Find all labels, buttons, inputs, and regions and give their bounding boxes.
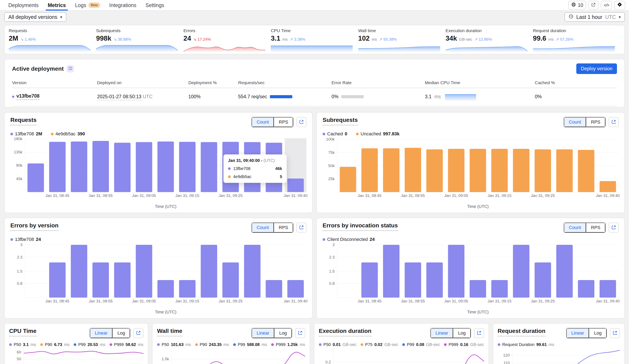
expand-chart-button[interactable]	[474, 328, 484, 338]
legend-item-p999[interactable]: P9990.16GB-sec	[444, 342, 484, 347]
legend-value: 588.08	[247, 342, 260, 347]
legend-name: Uncached	[361, 131, 381, 137]
legend-unit: ms	[223, 342, 229, 347]
chart-card-execution-duration: Execution durationLinearLogP500.01GB-sec…	[314, 323, 489, 364]
toggle-linear[interactable]: Linear	[90, 328, 112, 338]
y-tick-label: 60	[17, 350, 21, 355]
toggle-log[interactable]: Log	[274, 328, 292, 338]
deploy-version-button[interactable]: Deploy version	[576, 63, 617, 74]
toggle-rps[interactable]: RPS	[586, 117, 605, 127]
plot-area[interactable]	[333, 349, 484, 364]
toggle-linear[interactable]: Linear	[431, 328, 453, 338]
toggle-rps[interactable]: RPS	[274, 117, 293, 127]
stat-sparkline	[183, 44, 265, 52]
toggle-count[interactable]: Count	[252, 223, 274, 233]
errors-by-invocation-status-legend: Client Disconnected24	[322, 237, 619, 242]
tab-metrics[interactable]: Metrics	[43, 0, 71, 10]
legend-item-p999[interactable]: P99958.62ms	[110, 342, 143, 347]
expand-chart-button[interactable]	[297, 223, 307, 233]
x-axis-labels: Jan 31, 08:45Jan 31, 08:55Jan 31, 09:05J…	[25, 193, 307, 200]
toggle-linear[interactable]: Linear	[566, 328, 589, 338]
legend-item-client-disconnected[interactable]: Client Disconnected24	[322, 237, 375, 242]
legend-item-p99[interactable]: P990.08GB-sec	[402, 342, 440, 347]
tooltip-timezone: (UTC)	[264, 158, 275, 163]
legend-item-p50[interactable]: P500.01GB-sec	[319, 342, 356, 347]
legend-dot	[444, 343, 447, 346]
legend-item-p75[interactable]: P750.02GB-sec	[361, 342, 398, 347]
legend-unit: GB-sec	[470, 342, 484, 347]
request-duration-legend: Request Duration99.61ms	[498, 342, 620, 347]
legend-name: Cached	[327, 131, 343, 137]
plot-area[interactable]	[25, 244, 307, 298]
deployment-info-badge[interactable]	[67, 65, 74, 73]
version-status-dot	[12, 96, 14, 98]
legend-dot	[195, 343, 198, 346]
stat-delta: ↘ 1.46%	[20, 37, 36, 42]
tab-settings[interactable]: Settings	[141, 0, 169, 10]
workers-logo-button[interactable]	[614, 1, 625, 9]
wall-time-plot: 5001k1.5k	[157, 349, 305, 364]
legend-item-p999[interactable]: P9991.25kms	[271, 342, 305, 347]
y-tick-label: 25k	[328, 177, 335, 181]
diamond-logo-icon	[617, 2, 622, 8]
legend-item-request-duration[interactable]: Request Duration99.61ms	[498, 342, 554, 347]
tab-integrations[interactable]: Integrations	[105, 0, 141, 10]
toggle-log[interactable]: Log	[589, 328, 607, 338]
legend-item-p90[interactable]: P906.73ms	[40, 342, 69, 347]
legend-item-13fbe708[interactable]: 13fbe7082M	[10, 131, 42, 137]
legend-item-uncached[interactable]: Uncached997.83k	[356, 131, 400, 137]
legend-unit: ms	[100, 342, 105, 347]
time-range-dropdown[interactable]: Last 1 hour UTC ▾	[565, 12, 625, 22]
stat-execution-duration: Execution duration34kGB-sec↗ 12.86%	[446, 28, 533, 52]
toggle-count[interactable]: Count	[564, 223, 586, 233]
requests-sec-value: 554.7 req/sec	[238, 94, 267, 100]
col-deployment-pct: Deployment %	[188, 80, 238, 85]
plot-area[interactable]	[512, 349, 620, 364]
globe-count-button[interactable]: 10	[568, 1, 586, 9]
plot-area[interactable]	[24, 349, 143, 364]
stat-sparkline	[271, 44, 353, 52]
plot-area[interactable]	[337, 244, 619, 298]
x-axis-labels: Jan 31, 08:45Jan 31, 08:55Jan 31, 09:05J…	[337, 299, 619, 305]
tooltip-series-dot	[228, 175, 231, 178]
legend-item-4e9db5ac[interactable]: 4e9db5ac390	[51, 131, 85, 137]
time-zone-label: UTC	[605, 14, 616, 20]
expand-chart-button[interactable]	[609, 117, 619, 127]
plot-area[interactable]: Jan 31, 09:40:00 - (UTC)13fbe70846k4e9db…	[25, 138, 307, 192]
toggle-count[interactable]: Count	[252, 117, 274, 127]
version-link[interactable]: v13fbe708	[16, 93, 39, 100]
plot-area[interactable]	[337, 138, 619, 192]
toggle-log[interactable]: Log	[112, 328, 130, 338]
toggle-linear[interactable]: Linear	[252, 328, 274, 338]
toggle-count[interactable]: Count	[564, 117, 586, 127]
x-tick-label: Jan 31, 09:40	[596, 193, 620, 198]
expand-chart-button[interactable]	[297, 117, 307, 127]
tab-deployments[interactable]: Deployments	[4, 0, 43, 10]
api-code-button[interactable]: </>	[601, 1, 612, 9]
stat-sparkline	[533, 44, 615, 52]
open-external-button[interactable]	[588, 1, 599, 9]
plot-area[interactable]	[171, 349, 305, 364]
legend-item-13fbe708[interactable]: 13fbe70824	[10, 237, 41, 242]
expand-chart-button[interactable]	[610, 328, 620, 338]
legend-item-p50[interactable]: P503.1ms	[9, 342, 36, 347]
toggle-rps[interactable]: RPS	[274, 223, 293, 233]
versions-filter-dropdown[interactable]: All deployed versions ▾	[4, 12, 66, 22]
legend-item-p90[interactable]: P90243.35ms	[195, 342, 229, 347]
expand-chart-button[interactable]	[295, 328, 305, 338]
legend-name: 13fbe708	[15, 237, 34, 242]
active-deployment-card: Active deployment Deploy version Version…	[4, 59, 625, 108]
legend-item-p99[interactable]: P9920.53ms	[74, 342, 105, 347]
deployment-table-header: Version Deployed on Deployment % Request…	[12, 79, 617, 88]
toggle-rps[interactable]: RPS	[586, 223, 605, 233]
legend-item-p99[interactable]: P99588.08ms	[233, 342, 267, 347]
y-tick-label: 50	[17, 357, 21, 361]
deployed-on-tz: UTC	[143, 94, 153, 99]
legend-item-p50[interactable]: P50101.63ms	[157, 342, 191, 347]
expand-chart-button[interactable]	[133, 328, 143, 338]
legend-dot	[319, 343, 321, 346]
toggle-log[interactable]: Log	[453, 328, 471, 338]
tab-logs[interactable]: LogsBeta	[70, 0, 105, 10]
expand-chart-button[interactable]	[609, 223, 619, 233]
legend-item-cached[interactable]: Cached0	[322, 131, 347, 137]
